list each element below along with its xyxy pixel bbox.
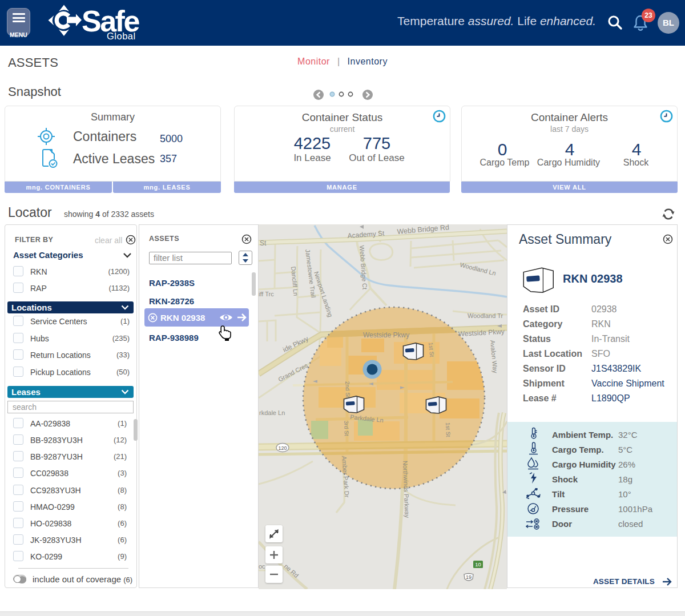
svg-text:120: 120 [278,445,287,451]
svg-text:Global: Global [107,31,136,41]
svg-text:iff Trc: iff Trc [259,291,274,297]
svg-text:2nd St: 2nd St [344,381,351,398]
svg-text:3rd St: 3rd St [343,421,350,436]
svg-text:oc: oc [259,563,265,570]
svg-text:St: St [260,239,267,247]
svg-text:Westside Pkwy: Westside Pkwy [363,331,409,339]
svg-text:1st St: 1st St [445,422,452,437]
svg-text:19: 19 [466,574,472,580]
svg-text:Woodland Tr: Woodland Tr [468,312,503,319]
svg-text:1st St: 1st St [428,342,435,357]
svg-text:10: 10 [475,561,481,567]
svg-text:rkdale Ln: rkdale Ln [259,409,285,416]
